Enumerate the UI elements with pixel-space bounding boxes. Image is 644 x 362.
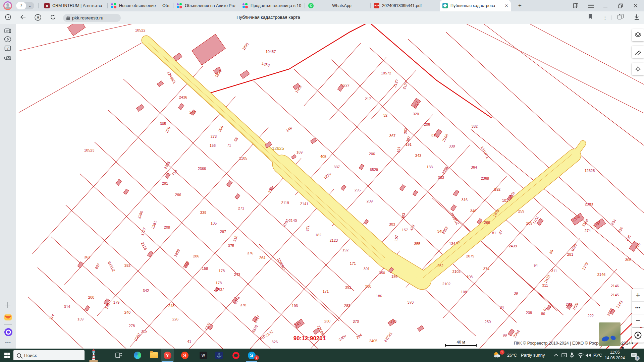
more-options-dots-icon[interactable]: ⋮ [601, 14, 609, 22]
parcel-label: 367 [389, 134, 395, 138]
geolocation-button[interactable] [632, 328, 644, 343]
video-play-icon[interactable] [4, 35, 12, 44]
yandex-home-icon[interactable]: Я [34, 14, 42, 22]
weather-desc[interactable]: Partly sunny [521, 353, 545, 358]
window-restore-button[interactable] [618, 0, 623, 11]
avito-favicon [243, 3, 248, 8]
building-shape [453, 190, 459, 196]
parcel-label: 378 [240, 303, 246, 307]
parcel-label: 27 [498, 230, 503, 235]
task-view-icon[interactable] [115, 351, 123, 359]
start-button[interactable] [4, 353, 10, 358]
cast-device-icon[interactable] [560, 351, 568, 359]
parcel-label: 370 [390, 319, 396, 323]
tab-title: Продается гостиница в 10 [251, 3, 302, 8]
parcel-label: 230 [324, 319, 330, 323]
profile-avatar[interactable] [3, 1, 12, 10]
new-tab-button[interactable]: + [517, 2, 523, 9]
history-clock-icon[interactable] [4, 14, 12, 22]
map-scale-bar: 40 м [445, 340, 477, 346]
tab-counter[interactable]: 7 ⌄ [16, 2, 34, 9]
parcel-label: 171 [323, 289, 329, 293]
volume-icon[interactable] [584, 351, 592, 359]
search-placeholder: Поиск [24, 353, 37, 358]
bookmark-icon[interactable] [586, 14, 594, 22]
parcel-label: 169 [297, 150, 303, 154]
yandex-mail-icon[interactable] [4, 313, 12, 322]
tab-crm-intrum[interactable]: n CRM INTRUM | Агентство [42, 0, 107, 11]
parcel-label: 259 [518, 209, 524, 213]
yandex-browser-icon[interactable]: Y [163, 351, 171, 359]
url-field[interactable]: pkk.rosreestr.ru [63, 14, 121, 22]
back-arrow-icon[interactable] [19, 14, 27, 22]
parcel-label: 200 [88, 295, 94, 299]
cadastral-quarter-label: 90:12:90201 [281, 335, 338, 342]
parcel-label: 149 [285, 126, 293, 133]
tab-novoe-obyavlenie[interactable]: Новое объявление — Объ [108, 0, 173, 11]
parcel-label: 101 [502, 198, 508, 202]
parcel-label: 2436 [179, 95, 187, 99]
close-tab-icon[interactable]: ✕ [505, 3, 508, 8]
building-shape [116, 179, 121, 186]
tab-prodaetsya-gostinitsa[interactable]: Продается гостиница в 10 [240, 0, 304, 11]
taskbar-search-input[interactable]: Поиск [13, 350, 85, 360]
file-explorer-icon[interactable] [150, 351, 158, 359]
parcel-label: 186 [376, 294, 382, 298]
tray-chevron-up-icon[interactable] [552, 351, 560, 359]
parcel-label: 294 [356, 333, 363, 340]
microphone-icon[interactable] [568, 351, 576, 359]
tab-obyavleniya-avito[interactable]: Объявления на Авито Pro [174, 0, 238, 11]
tabs-counter-icon[interactable]: 7 [4, 44, 12, 53]
tab-pdf[interactable]: PDF 20240613095441.pdf [371, 0, 436, 11]
thick-boundary-line [289, 24, 369, 69]
layers-button[interactable] [632, 29, 644, 41]
parcel-label: 397 [405, 135, 411, 142]
cadastral-map-viewport[interactable]: 1052218551045718561834185912499/13227105… [16, 24, 644, 349]
parcel-label: 91 [542, 306, 548, 312]
measure-ruler-button[interactable] [632, 46, 644, 58]
keyboard-language[interactable]: РУС [593, 353, 602, 358]
zoom-out-button[interactable]: − [632, 314, 644, 327]
weather-temp[interactable]: 26°C [507, 353, 517, 358]
lesta-games-icon[interactable]: ⚓ [215, 351, 223, 359]
search-highlight-lighthouse-image[interactable] [87, 349, 101, 362]
menu-hamburger-icon[interactable] [588, 0, 594, 11]
opera-browser-icon[interactable] [232, 351, 240, 359]
zoom-in-button[interactable]: + [632, 289, 644, 302]
edge-browser-icon[interactable] [133, 351, 142, 359]
parcel-boundary-line [66, 205, 223, 349]
parcel-label: 235 [625, 234, 632, 242]
add-panel-plus-icon[interactable] [4, 301, 12, 310]
alice-assistant-icon[interactable] [4, 327, 12, 336]
parcel-label: 39 [514, 291, 518, 295]
parcel-label: 311 [551, 269, 557, 273]
parcel-label: 157 [402, 228, 408, 232]
tab-cadastral-map-active[interactable]: Публичная кадастрова ✕ [440, 0, 511, 11]
downloads-icon[interactable] [633, 14, 641, 22]
sidebar-more-dots-icon[interactable]: ••• [4, 340, 12, 349]
yandex-icon[interactable]: Я [181, 351, 189, 359]
building-shape [123, 189, 128, 195]
parcel-label: 244 [190, 110, 196, 114]
map-canvas[interactable]: 1052218551045718561834185912499/13227105… [16, 24, 644, 349]
parcel-label: 326 [272, 340, 278, 344]
collections-panels-icon[interactable] [616, 14, 625, 22]
wifi-icon[interactable] [577, 351, 585, 359]
reload-icon[interactable] [49, 14, 57, 22]
tab-whatsapp[interactable]: ✆ WhatsApp [306, 0, 370, 11]
clock-date[interactable]: 11:05 14.06.2024 [604, 350, 626, 361]
parcel-label: 243 [234, 273, 240, 277]
overview-satellite-thumbnail[interactable] [599, 322, 621, 346]
zoom-more-dots-button[interactable]: ••• [632, 302, 644, 314]
target-coordinates-button[interactable] [632, 63, 644, 75]
tableau-feed-icon[interactable] [4, 27, 12, 36]
parcel-label: 86 [541, 312, 545, 316]
world-of-tanks-icon[interactable]: W [199, 351, 207, 359]
window-minimize-button[interactable] [603, 0, 608, 11]
window-close-button[interactable] [633, 0, 638, 11]
screenshot-camera-icon[interactable] [4, 54, 12, 62]
parcel-label: 12625 [272, 146, 284, 151]
parcel-label: 2403 [163, 161, 171, 170]
avito-favicon [177, 3, 182, 8]
tabbar-panel-icon[interactable] [572, 0, 579, 11]
